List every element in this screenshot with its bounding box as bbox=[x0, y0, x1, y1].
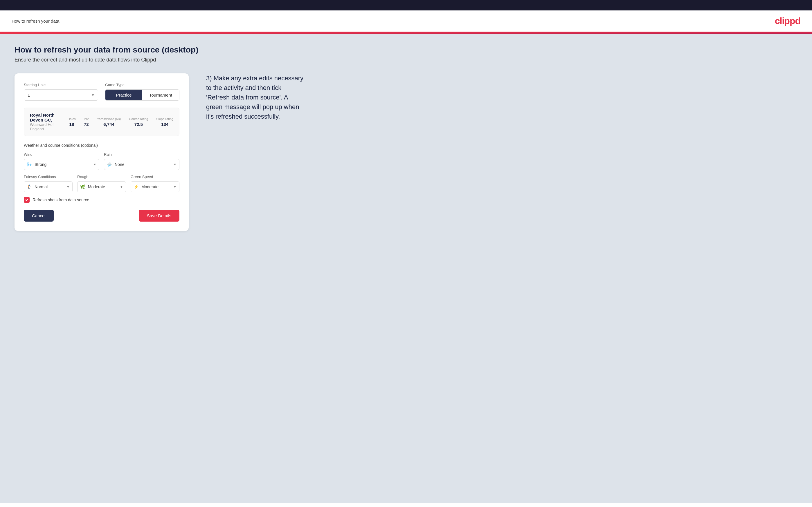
rain-select-wrapper: 🌧️ None Light Heavy ▼ bbox=[104, 159, 180, 170]
form-actions: Cancel Save Details bbox=[24, 210, 180, 222]
holes-stat: Holes 18 bbox=[68, 117, 76, 127]
rough-icon: 🌿 bbox=[80, 184, 85, 189]
conditions-title: Weather and course conditions (optional) bbox=[24, 143, 180, 148]
holes-value: 18 bbox=[68, 122, 76, 127]
header: How to refresh your data clippd bbox=[0, 10, 812, 33]
yards-label: Yards/White (M)) bbox=[97, 117, 121, 121]
green-speed-field: Green Speed ⚡ Moderate Slow Fast ▼ bbox=[131, 175, 180, 192]
instruction-text: 3) Make any extra edits necessary to the… bbox=[206, 73, 305, 121]
save-button[interactable]: Save Details bbox=[139, 210, 180, 222]
main-content: How to refresh your data from source (de… bbox=[0, 34, 812, 503]
game-type-label: Game Type bbox=[105, 83, 180, 87]
yards-value: 6,744 bbox=[97, 122, 121, 127]
course-location: Westward Ho!, England bbox=[30, 122, 61, 131]
par-value: 72 bbox=[84, 122, 89, 127]
wind-select-wrapper: 🌬️ Strong None Light Moderate ▼ bbox=[24, 159, 99, 170]
course-rating-label: Course rating bbox=[129, 117, 148, 121]
cancel-button[interactable]: Cancel bbox=[24, 210, 54, 222]
course-stats: Holes 18 Par 72 Yards/White (M)) 6,744 C… bbox=[68, 117, 173, 127]
rain-label: Rain bbox=[104, 152, 180, 157]
logo: clippd bbox=[775, 16, 800, 26]
page-title: How to refresh your data from source (de… bbox=[14, 45, 798, 55]
course-name: Royal North Devon GC, bbox=[30, 113, 61, 122]
refresh-checkbox-row[interactable]: Refresh shots from data source bbox=[24, 197, 180, 203]
course-rating-stat: Course rating 72.5 bbox=[129, 117, 148, 127]
top-bar bbox=[0, 0, 812, 10]
course-card: Royal North Devon GC, Westward Ho!, Engl… bbox=[24, 108, 180, 136]
footer: Copyright Clippd 2022 bbox=[0, 503, 812, 507]
checkmark-icon bbox=[25, 198, 29, 202]
slope-rating-stat: Slope rating 134 bbox=[156, 117, 173, 127]
par-label: Par bbox=[84, 117, 89, 121]
slope-rating-value: 134 bbox=[156, 122, 173, 127]
wind-field: Wind 🌬️ Strong None Light Moderate ▼ bbox=[24, 152, 99, 170]
page-subtitle: Ensure the correct and most up to date d… bbox=[14, 57, 798, 63]
refresh-checkbox[interactable] bbox=[24, 197, 30, 203]
tournament-button[interactable]: Tournament bbox=[142, 90, 179, 100]
rain-icon: 🌧️ bbox=[107, 162, 112, 167]
top-form-row: Starting Hole 1 10 ▼ Game Type Practice … bbox=[24, 83, 180, 101]
breadcrumb: How to refresh your data bbox=[12, 18, 59, 23]
fairway-select-wrapper: 🏌️ Normal Soft Firm ▼ bbox=[24, 181, 72, 192]
refresh-label: Refresh shots from data source bbox=[33, 198, 89, 202]
holes-label: Holes bbox=[68, 117, 76, 121]
content-layout: Starting Hole 1 10 ▼ Game Type Practice … bbox=[14, 73, 798, 231]
starting-hole-select-wrapper: 1 10 ▼ bbox=[24, 89, 98, 101]
surface-conditions-row: Fairway Conditions 🏌️ Normal Soft Firm ▼… bbox=[24, 175, 180, 192]
rain-select[interactable]: None Light Heavy bbox=[104, 159, 180, 170]
course-info: Royal North Devon GC, Westward Ho!, Engl… bbox=[30, 113, 61, 131]
starting-hole-field: Starting Hole 1 10 ▼ bbox=[24, 83, 98, 101]
green-speed-label: Green Speed bbox=[131, 175, 180, 179]
green-speed-select-wrapper: ⚡ Moderate Slow Fast ▼ bbox=[131, 181, 180, 192]
fairway-icon: 🏌️ bbox=[27, 184, 32, 189]
wind-select[interactable]: Strong None Light Moderate bbox=[24, 159, 99, 170]
game-type-toggle: Practice Tournament bbox=[105, 89, 180, 101]
practice-button[interactable]: Practice bbox=[105, 90, 142, 100]
green-speed-icon: ⚡ bbox=[134, 184, 139, 189]
rain-field: Rain 🌧️ None Light Heavy ▼ bbox=[104, 152, 180, 170]
game-type-field: Game Type Practice Tournament bbox=[105, 83, 180, 101]
course-rating-value: 72.5 bbox=[129, 122, 148, 127]
starting-hole-select[interactable]: 1 10 bbox=[24, 89, 98, 101]
fairway-label: Fairway Conditions bbox=[24, 175, 72, 179]
slope-rating-label: Slope rating bbox=[156, 117, 173, 121]
rough-field: Rough 🌿 Moderate Light Heavy ▼ bbox=[77, 175, 126, 192]
yards-stat: Yards/White (M)) 6,744 bbox=[97, 117, 121, 127]
par-stat: Par 72 bbox=[84, 117, 89, 127]
starting-hole-label: Starting Hole bbox=[24, 83, 98, 87]
rough-label: Rough bbox=[77, 175, 126, 179]
wind-rain-row: Wind 🌬️ Strong None Light Moderate ▼ Rai… bbox=[24, 152, 180, 170]
rough-select-wrapper: 🌿 Moderate Light Heavy ▼ bbox=[77, 181, 126, 192]
wind-icon: 🌬️ bbox=[27, 162, 32, 167]
fairway-field: Fairway Conditions 🏌️ Normal Soft Firm ▼ bbox=[24, 175, 72, 192]
wind-label: Wind bbox=[24, 152, 99, 157]
form-panel: Starting Hole 1 10 ▼ Game Type Practice … bbox=[14, 73, 189, 231]
